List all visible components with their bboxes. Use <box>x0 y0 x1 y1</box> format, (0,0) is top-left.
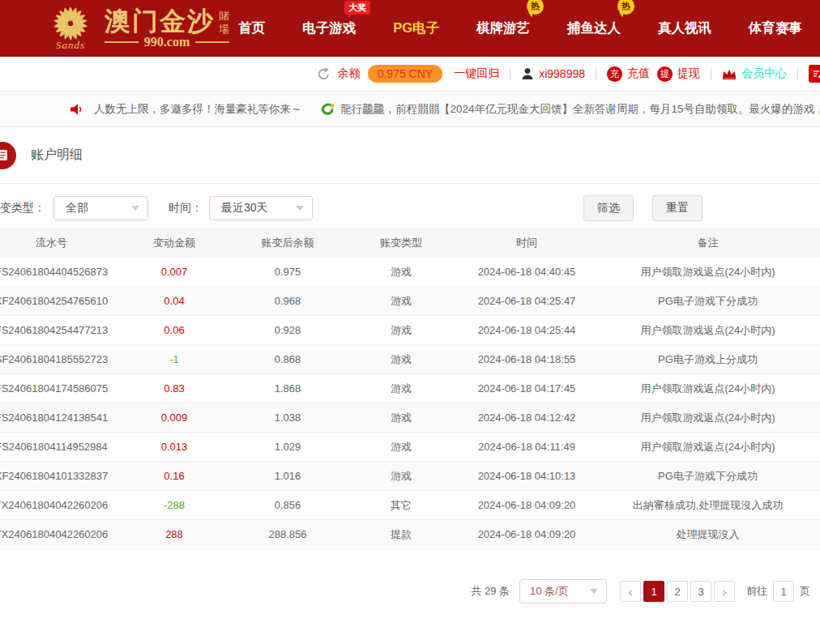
filter-button[interactable]: 筛选 <box>583 195 634 221</box>
chevron-down-icon <box>131 206 139 211</box>
column-header: 账变类型 <box>344 236 458 250</box>
member-center-label: 会员中心 <box>741 66 787 81</box>
chevron-down-icon <box>296 206 304 211</box>
cell-remark: PG电子游戏上分成功 <box>596 352 820 367</box>
cell-amount: -288 <box>117 499 231 511</box>
logo-wordmark: 澳门金沙 賭 場 990.com <box>105 7 229 50</box>
cell-remark: 用户领取游戏返点(24小时内) <box>596 382 820 396</box>
filter-bar: 账变类型： 全部 时间： 最近30天 筛选 重置 <box>0 195 820 221</box>
cell-time: 2024-06-18 04:17:45 <box>458 382 596 395</box>
cell-change-type: 其它 <box>344 498 458 513</box>
cell-time: 2024-06-18 04:40:45 <box>458 266 596 278</box>
logo-mark: Sands <box>46 6 95 52</box>
cell-serial-number: TX24061804042260206 <box>0 499 117 511</box>
cell-remark: 出納審核成功,处理提现沒入成功 <box>596 498 820 513</box>
cell-balance-after: 1.029 <box>231 441 344 453</box>
cell-change-type: 游戏 <box>344 411 458 425</box>
user-account[interactable]: xi998998 <box>521 67 585 80</box>
table-row: XF240618041013328370.161.016游戏2024-06-18… <box>0 462 820 491</box>
site-logo[interactable]: Sands 澳门金沙 賭 場 990.com <box>0 6 229 52</box>
nav-item-首页[interactable]: 首页 <box>238 19 265 37</box>
table-row: FS240618041241385410.0091.038游戏2024-06-1… <box>0 403 820 433</box>
prize-badge: 大奖 <box>344 1 370 15</box>
hot-badge: 热 <box>617 0 634 15</box>
total-count: 共 29 条 <box>471 584 510 599</box>
cell-balance-after: 1.038 <box>231 412 344 424</box>
cell-change-type: 游戏 <box>344 440 458 454</box>
message-edit-icon[interactable] <box>809 65 820 83</box>
cell-time: 2024-06-18 04:10:13 <box>458 470 596 482</box>
person-icon <box>521 67 534 80</box>
column-header: 账变后余额 <box>231 236 344 250</box>
refresh-icon[interactable] <box>317 67 331 81</box>
balance-label: 余额 <box>338 66 361 81</box>
cell-balance-after: 1.016 <box>231 470 344 482</box>
nav-item-label: 捕鱼达人 <box>567 20 621 35</box>
nav-item-体育赛事[interactable]: 体育赛事 <box>749 19 802 37</box>
cell-serial-number: FS24061804174586075 <box>0 382 117 395</box>
pager-pages: 123 <box>643 581 711 602</box>
cell-amount: 0.16 <box>117 470 231 482</box>
goto-label: 前往 <box>746 584 767 599</box>
table-row: TX24061804042260206288288.856提款2024-06-1… <box>0 520 820 549</box>
cell-time: 2024-06-18 04:18:55 <box>458 353 596 365</box>
main-nav: 首页电子游戏大奖PG电子棋牌游艺热捕鱼达人热真人视讯体育赛事 <box>238 0 820 57</box>
nav-item-label: 棋牌游艺 <box>476 20 530 35</box>
cell-serial-number: XF24061804254765610 <box>0 295 117 307</box>
cell-change-type: 提款 <box>344 527 458 542</box>
cell-balance-after: 1.868 <box>231 382 344 395</box>
nav-item-label: 电子游戏 <box>302 20 356 35</box>
prev-page-button[interactable]: ‹ <box>620 581 641 602</box>
page-button-2[interactable]: 2 <box>667 581 688 602</box>
cell-balance-after: 0.928 <box>231 324 344 336</box>
cell-serial-number: FS24061804404526873 <box>0 266 117 278</box>
withdraw-button[interactable]: 提 提现 <box>657 66 700 82</box>
cell-time: 2024-06-18 04:25:47 <box>458 295 596 307</box>
page-root: Sands 澳门金沙 賭 場 990.com 首页电子游戏大奖PG电子棋牌游艺热… <box>0 0 820 603</box>
reset-button[interactable]: 重置 <box>652 195 703 221</box>
cell-balance-after: 0.975 <box>231 266 344 278</box>
next-page-button[interactable]: › <box>714 581 735 602</box>
nav-item-PG电子[interactable]: PG电子 <box>393 19 439 37</box>
cell-change-type: 游戏 <box>344 469 458 484</box>
cell-change-type: 游戏 <box>344 352 458 367</box>
divider <box>510 68 510 80</box>
cell-time: 2024-06-18 04:09:20 <box>458 499 596 511</box>
page-size-value: 10 条/页 <box>530 584 569 599</box>
page-title: 账户明细 <box>31 147 83 164</box>
logo-script: Sands <box>56 39 85 52</box>
nav-item-捕鱼达人[interactable]: 捕鱼达人热 <box>567 19 621 37</box>
time-filter-value: 最近30天 <box>221 201 268 215</box>
time-filter-label: 时间： <box>169 201 203 215</box>
table-row: FS240618044045268730.0070.975游戏2024-06-1… <box>0 258 820 287</box>
recharge-button[interactable]: 充 充值 <box>607 66 650 82</box>
cell-remark: 用户领取游戏返点(24小时内) <box>596 323 820 338</box>
cell-change-type: 游戏 <box>344 323 458 338</box>
goto-page-input[interactable] <box>773 581 794 602</box>
member-center-link[interactable]: 会员中心 <box>722 66 787 81</box>
pager: ‹ 123 › <box>620 581 735 602</box>
account-detail-icon <box>0 142 16 169</box>
table-row: XF240618042547656100.040.968游戏2024-06-18… <box>0 287 820 316</box>
cell-serial-number: XF24061804101332837 <box>0 470 117 482</box>
time-filter-select[interactable]: 最近30天 <box>209 196 313 220</box>
cell-change-type: 游戏 <box>344 294 458 309</box>
one-key-return-link[interactable]: 一键回归 <box>454 66 499 81</box>
cell-serial-number: FS24061804124138541 <box>0 412 117 424</box>
table-body: FS240618044045268730.0070.975游戏2024-06-1… <box>0 258 820 549</box>
nav-item-电子游戏[interactable]: 电子游戏大奖 <box>302 19 356 37</box>
sunburst-logo-icon <box>53 6 88 41</box>
nav-item-真人视讯[interactable]: 真人视讯 <box>658 19 711 37</box>
pagination-bar: 共 29 条 10 条/页 ‹ 123 › 前往 页 <box>0 579 820 603</box>
type-filter-select[interactable]: 全部 <box>53 196 148 220</box>
cell-time: 2024-06-18 04:12:42 <box>458 412 596 424</box>
divider <box>596 68 596 80</box>
page-button-3[interactable]: 3 <box>690 581 711 602</box>
nav-item-棋牌游艺[interactable]: 棋牌游艺热 <box>476 19 530 37</box>
page-button-1[interactable]: 1 <box>643 581 664 602</box>
cell-serial-number: FS24061804254477213 <box>0 324 117 336</box>
cell-amount: 0.06 <box>117 324 231 336</box>
page-size-select[interactable]: 10 条/页 <box>519 579 607 603</box>
cell-time: 2024-06-18 04:11:49 <box>458 441 596 453</box>
announcement-item: 龍行龘龘，前程朤朤【2024年亿元现金大回馈】全新答谢周期，每月15号自助领取。… <box>320 102 820 117</box>
